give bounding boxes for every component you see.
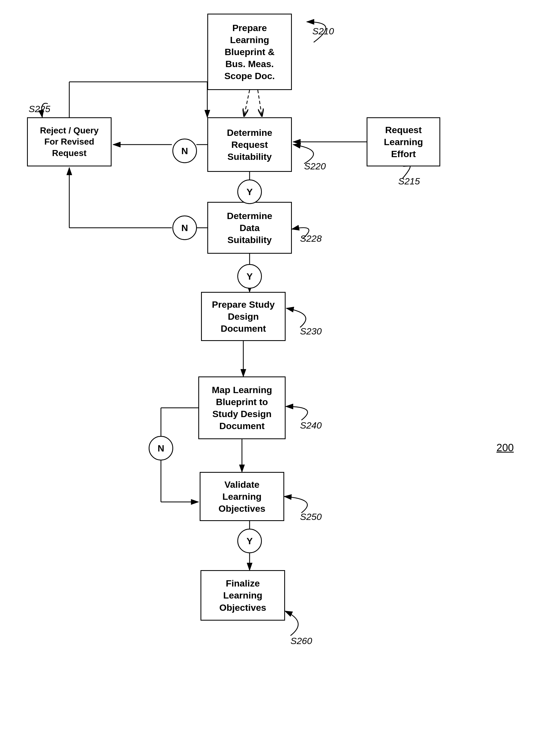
s230-label: S230 xyxy=(300,326,322,337)
n2-circle: N xyxy=(173,216,197,240)
y2-circle: Y xyxy=(237,264,262,289)
request-learning-box: RequestLearningEffort xyxy=(366,117,440,166)
s225-label: S225 xyxy=(28,104,50,114)
flowchart-diagram: PrepareLearningBlueprint &Bus. Meas.Scop… xyxy=(0,0,560,754)
svg-line-1 xyxy=(244,90,249,116)
prepare-blueprint-box: PrepareLearningBlueprint &Bus. Meas.Scop… xyxy=(207,14,292,90)
finalize-learning-box: FinalizeLearningObjectives xyxy=(200,570,285,621)
s210-label: S210 xyxy=(312,26,334,37)
reject-query-box: Reject / QueryFor RevisedRequest xyxy=(27,117,112,166)
y3-circle: Y xyxy=(237,529,262,553)
s215-label: S215 xyxy=(398,176,420,186)
svg-line-2 xyxy=(258,90,262,116)
validate-learning-box: ValidateLearningObjectives xyxy=(200,472,284,521)
prepare-study-box: Prepare StudyDesignDocument xyxy=(201,292,285,341)
s220-label: S220 xyxy=(304,161,326,172)
determine-request-box: DetermineRequestSuitability xyxy=(207,117,292,172)
s250-label: S250 xyxy=(300,512,322,522)
n1-circle: N xyxy=(173,139,197,163)
diagram-ref-200: 200 xyxy=(497,442,514,454)
map-learning-box: Map LearningBlueprint toStudy DesignDocu… xyxy=(198,376,285,439)
s260-label: S260 xyxy=(291,636,312,646)
y1-circle: Y xyxy=(237,179,262,204)
s228-label: S228 xyxy=(300,233,322,244)
n3-circle: N xyxy=(149,436,173,460)
s240-label: S240 xyxy=(300,420,322,431)
determine-data-box: DetermineDataSuitability xyxy=(207,202,292,254)
